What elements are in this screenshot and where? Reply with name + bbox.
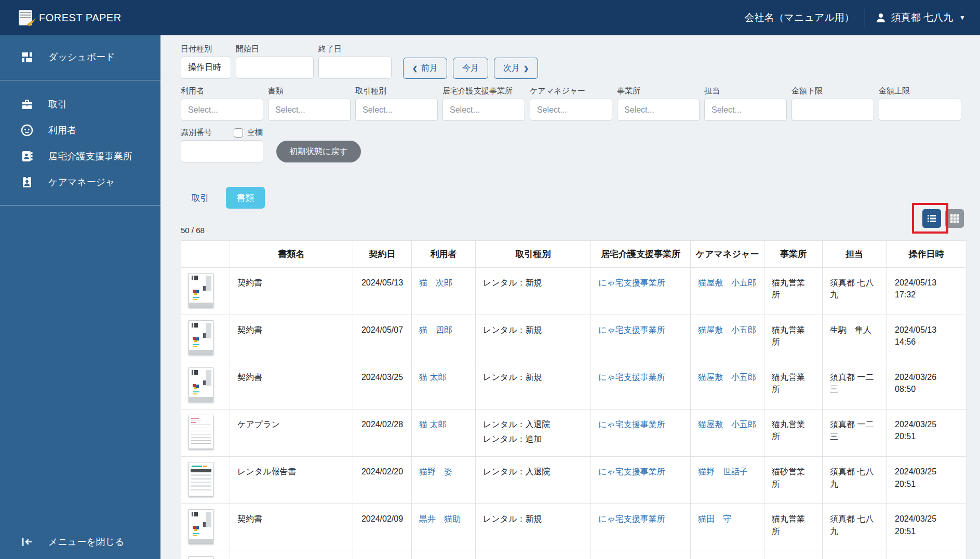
list-view-button[interactable] xyxy=(922,209,941,228)
care-manager-link[interactable]: 猫屋敷 小五郎 xyxy=(698,420,756,429)
filter-row-selects: 利用者 Select... 書類 Select... 取引種別 Select..… xyxy=(181,86,980,121)
tab-transactions[interactable]: 取引 xyxy=(181,187,220,209)
user-link[interactable]: 猫野 姿 xyxy=(419,467,452,476)
user-filter-label: 利用者 xyxy=(181,86,263,96)
cell-office: 猫丸営業所 xyxy=(764,504,823,551)
column-header-thumb xyxy=(181,241,230,268)
identifier-input[interactable] xyxy=(181,141,263,162)
document-thumbnail[interactable] xyxy=(189,273,213,307)
cell-doc-name: 契約書 xyxy=(230,315,353,362)
cell-transaction-type: レンタル：新規 xyxy=(476,551,591,559)
sidebar-item-users[interactable]: 利用者 xyxy=(0,117,160,143)
support-office-link[interactable]: にゃ宅支援事業所 xyxy=(598,467,665,476)
column-header-care-manager: ケアマネジャー xyxy=(691,241,764,268)
next-month-button[interactable]: 次月 ❯ xyxy=(494,58,538,79)
this-month-button[interactable]: 今月 xyxy=(453,58,488,79)
staff-filter-label: 担当 xyxy=(704,86,787,96)
reset-filters-button[interactable]: 初期状態に戻す xyxy=(276,141,361,162)
documents-table: 書類名 契約日 利用者 取引種別 居宅介護支援事業所 ケアマネジャー 事業所 担… xyxy=(181,240,966,559)
sidebar: ダッシュボード 取引 利用者 居宅介護支援事業所 ケアマネージャ メニューを閉じ… xyxy=(0,35,160,559)
select-placeholder: Select... xyxy=(188,105,218,115)
sidebar-item-transactions[interactable]: 取引 xyxy=(0,91,160,117)
column-header-user: 利用者 xyxy=(412,241,476,268)
document-thumbnail[interactable] xyxy=(189,320,213,355)
user-name: 須真都 七八九 xyxy=(891,11,953,24)
user-menu[interactable]: 須真都 七八九 ▼ xyxy=(876,11,965,24)
end-date-input[interactable] xyxy=(319,57,391,78)
table-row: 契約書 2024/05/07 猫 四郎 レンタル：新規 にゃ宅支援事業所 猫屋敷… xyxy=(181,315,966,362)
support-office-link[interactable]: にゃ宅支援事業所 xyxy=(598,514,665,523)
document-thumbnail[interactable] xyxy=(189,462,213,496)
blank-checkbox[interactable] xyxy=(234,128,243,138)
care-manager-filter-select[interactable]: Select... xyxy=(530,99,612,121)
care-manager-link[interactable]: 猫屋敷 小五郎 xyxy=(698,325,756,334)
cell-staff: 須真都 一二三 xyxy=(823,410,887,457)
document-filter-select[interactable]: Select... xyxy=(268,99,351,121)
cell-contract-date: 2024/03/25 xyxy=(353,362,412,410)
cell-doc-name: 契約書 xyxy=(230,504,353,551)
document-thumbnail[interactable] xyxy=(189,556,213,559)
column-header-operated-at: 操作日時 xyxy=(887,241,966,268)
cell-transaction-type: レンタル：新規 xyxy=(476,268,591,315)
cell-office: 猫丸営業所 xyxy=(764,551,823,559)
document-thumbnail[interactable] xyxy=(189,367,213,402)
date-type-value: 操作日時 xyxy=(188,62,221,73)
user-link[interactable]: 猫 太郎 xyxy=(419,373,446,381)
amount-upper-input[interactable] xyxy=(879,99,961,120)
table-row: レンタル報告書 2024/02/20 猫野 姿 レンタル：入退院 にゃ宅支援事業… xyxy=(181,457,966,504)
document-thumbnail[interactable] xyxy=(189,415,213,449)
cell-operated-at: 2024/03/25 20:51 xyxy=(887,504,966,551)
support-office-filter-select[interactable]: Select... xyxy=(442,99,525,121)
cell-contract-date: 2024/02/09 xyxy=(353,551,412,559)
care-manager-link[interactable]: 猫田 守 xyxy=(698,514,731,523)
app-logo[interactable]: FOREST PAPER xyxy=(19,10,122,25)
sidebar-item-care-managers[interactable]: ケアマネージャ xyxy=(0,169,160,195)
identifier-box xyxy=(181,140,263,162)
sidebar-close-menu[interactable]: メニューを閉じる xyxy=(0,529,160,555)
sidebar-item-dashboard[interactable]: ダッシュボード xyxy=(0,44,160,70)
cell-doc-name: 契約書 xyxy=(230,362,353,410)
user-link[interactable]: 猫 次郎 xyxy=(419,278,452,287)
sidebar-item-label: 居宅介護支援事業所 xyxy=(48,150,132,162)
cell-office: 猫丸営業所 xyxy=(764,268,823,315)
date-type-label: 日付種別 xyxy=(181,44,231,54)
sidebar-item-care-offices[interactable]: 居宅介護支援事業所 xyxy=(0,143,160,169)
support-office-link[interactable]: にゃ宅支援事業所 xyxy=(598,373,665,381)
select-placeholder: Select... xyxy=(275,105,305,115)
care-manager-link[interactable]: 猫野 世話子 xyxy=(698,467,748,476)
select-placeholder: Select... xyxy=(711,105,742,115)
grid-icon xyxy=(949,213,960,224)
document-filter-label: 書類 xyxy=(268,86,351,96)
filter-row-dates: 日付種別 操作日時 開始日 終了日 ❮ 前月 今月 xyxy=(181,44,980,79)
user-filter-select[interactable]: Select... xyxy=(181,99,263,121)
filter-row-identifier: 識別番号 空欄 初期状態に戻す xyxy=(181,128,980,162)
support-office-link[interactable]: にゃ宅支援事業所 xyxy=(598,278,665,287)
staff-filter-select[interactable]: Select... xyxy=(704,99,787,121)
result-tabs: 取引 書類 xyxy=(181,187,980,209)
briefcase-icon xyxy=(20,98,34,111)
office-filter-label: 事業所 xyxy=(617,86,700,96)
chevron-left-icon: ❮ xyxy=(412,65,418,72)
sidebar-item-label: ケアマネージャ xyxy=(48,176,115,188)
sidebar-item-label: 取引 xyxy=(48,98,67,111)
cell-staff: 須真都 七八九 xyxy=(823,268,887,315)
support-office-link[interactable]: にゃ宅支援事業所 xyxy=(598,420,665,429)
prev-month-button[interactable]: ❮ 前月 xyxy=(403,58,447,79)
start-date-input[interactable] xyxy=(236,57,313,78)
transaction-type-filter-label: 取引種別 xyxy=(355,86,438,96)
grid-view-button[interactable] xyxy=(945,209,964,228)
user-link[interactable]: 猫 太郎 xyxy=(419,420,446,429)
user-link[interactable]: 黒井 猫助 xyxy=(419,514,461,523)
app-header: FOREST PAPER 会社名（マニュアル用） 須真都 七八九 ▼ xyxy=(0,0,980,35)
office-filter-select[interactable]: Select... xyxy=(617,99,700,121)
support-office-link[interactable]: にゃ宅支援事業所 xyxy=(598,325,665,334)
amount-lower-input[interactable] xyxy=(792,99,874,120)
date-type-select[interactable]: 操作日時 xyxy=(181,57,231,79)
tab-documents[interactable]: 書類 xyxy=(226,187,265,209)
care-manager-link[interactable]: 猫屋敷 小五郎 xyxy=(698,373,756,381)
transaction-type-filter-select[interactable]: Select... xyxy=(355,99,438,121)
cell-operated-at: 2024/03/26 08:50 xyxy=(887,362,966,410)
user-link[interactable]: 猫 四郎 xyxy=(419,325,452,334)
document-thumbnail[interactable] xyxy=(189,509,213,543)
care-manager-link[interactable]: 猫屋敷 小五郎 xyxy=(698,278,756,287)
